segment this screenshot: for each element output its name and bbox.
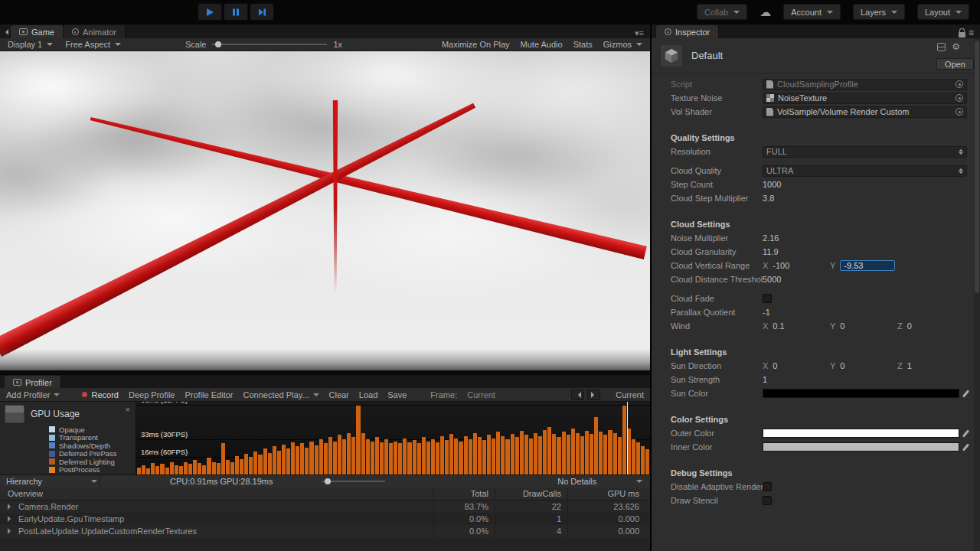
- legend-item[interactable]: Shadows/Depth: [49, 442, 131, 450]
- scrollbar-thumb[interactable]: [975, 41, 979, 293]
- load-button[interactable]: Load: [359, 390, 377, 399]
- play-button[interactable]: [198, 3, 222, 21]
- details-dropdown[interactable]: No Details: [557, 477, 642, 486]
- profiler-chart[interactable]: 66ms (15FPS)33ms (30FPS)16ms (60FPS): [136, 402, 650, 474]
- texture-asset-icon: [766, 94, 774, 102]
- step-count-value[interactable]: 1000: [763, 180, 781, 189]
- connected-player-dropdown[interactable]: Connected Play...: [243, 390, 318, 399]
- inner-color-swatch[interactable]: [763, 442, 959, 452]
- resolution-dropdown[interactable]: FULL: [763, 146, 967, 158]
- object-picker-icon[interactable]: [956, 94, 963, 102]
- scale-slider-knob[interactable]: [215, 41, 221, 47]
- tab-menu-icon[interactable]: ▾≡: [635, 28, 644, 38]
- mute-audio-toggle[interactable]: Mute Audio: [521, 40, 563, 49]
- sun-color-swatch[interactable]: [763, 389, 959, 398]
- gear-icon[interactable]: ⚙: [952, 42, 960, 51]
- layers-dropdown[interactable]: Layers: [853, 4, 905, 20]
- hierarchy-dropdown[interactable]: Hierarchy: [0, 475, 100, 487]
- table-row[interactable]: EarlyUpdate.GpuTimestamp0.0%10.000: [0, 513, 650, 525]
- cloud-vertical-range-x[interactable]: -100: [773, 261, 789, 270]
- detail-zoom-knob[interactable]: [325, 478, 331, 484]
- step-button[interactable]: [250, 3, 274, 21]
- next-frame-button[interactable]: [587, 390, 600, 400]
- eyedropper-icon[interactable]: [962, 429, 969, 437]
- table-row[interactable]: Camera.Render83.7%2223.626: [0, 500, 650, 513]
- pause-button[interactable]: [224, 3, 248, 21]
- save-button[interactable]: Save: [387, 390, 407, 399]
- table-header-row[interactable]: Overview Total DrawCalls GPU ms: [0, 487, 650, 500]
- cloud-granularity-value[interactable]: 11.9: [763, 247, 779, 256]
- cloud-fade-checkbox[interactable]: [763, 294, 772, 303]
- cloud-services-icon[interactable]: ☁: [760, 6, 771, 18]
- eyedropper-icon[interactable]: [962, 443, 969, 451]
- expand-arrow-icon[interactable]: [8, 504, 14, 510]
- column-drawcalls[interactable]: DrawCalls: [495, 487, 567, 500]
- sun-direction-x[interactable]: 0: [773, 361, 777, 370]
- legend-item[interactable]: Transparent: [49, 434, 131, 442]
- layout-dropdown[interactable]: Layout: [917, 4, 969, 20]
- vol-shader-object-field[interactable]: VolSample/Volume Render Custom: [763, 106, 967, 118]
- add-profiler-dropdown[interactable]: Add Profiler: [6, 390, 60, 399]
- column-gpu-ms[interactable]: GPU ms: [567, 487, 650, 500]
- gpu-usage-module[interactable]: GPU Usage × OpaqueTransparentShadows/Dep…: [0, 402, 136, 474]
- eyedropper-icon[interactable]: [962, 390, 969, 397]
- clear-button[interactable]: Clear: [329, 390, 349, 399]
- legend-item[interactable]: Opaque: [49, 425, 131, 434]
- scrollbar[interactable]: [974, 38, 980, 551]
- wind-x[interactable]: 0.1: [773, 321, 784, 331]
- current-frame-button[interactable]: Current: [616, 390, 644, 399]
- cloud-vertical-range-y-selected[interactable]: -9.53: [840, 260, 895, 271]
- deep-profile-toggle[interactable]: Deep Profile: [129, 390, 175, 399]
- texture-noise-object-field[interactable]: NoiseTexture: [763, 93, 967, 104]
- lock-icon[interactable]: [959, 32, 965, 37]
- gizmos-dropdown[interactable]: Gizmos: [603, 40, 642, 49]
- disable-adaptive-checkbox[interactable]: [763, 482, 772, 491]
- script-object-field[interactable]: CloudSamplingProfile: [763, 79, 967, 90]
- object-picker-icon[interactable]: [956, 80, 963, 88]
- tab-scroll-left-button[interactable]: [0, 25, 11, 38]
- outer-color-swatch[interactable]: [763, 429, 959, 438]
- close-icon[interactable]: ×: [126, 405, 130, 414]
- account-dropdown[interactable]: Account: [783, 4, 841, 20]
- cloud-distance-threshold-value[interactable]: 5000: [763, 275, 781, 284]
- sun-direction-y[interactable]: 0: [840, 361, 844, 370]
- column-overview[interactable]: Overview: [0, 489, 433, 498]
- cloud-step-multiplier-value[interactable]: 3.8: [763, 194, 774, 203]
- stats-toggle[interactable]: Stats: [573, 40, 593, 49]
- tab-profiler[interactable]: Profiler: [5, 376, 61, 389]
- expand-arrow-icon[interactable]: [8, 528, 14, 534]
- record-toggle[interactable]: Record: [82, 390, 118, 399]
- prev-frame-button[interactable]: [571, 390, 584, 400]
- noise-multiplier-value[interactable]: 2.16: [763, 233, 779, 243]
- wind-z[interactable]: 0: [907, 321, 912, 331]
- column-total[interactable]: Total: [433, 487, 495, 500]
- tab-game[interactable]: Game: [11, 25, 64, 38]
- open-button[interactable]: Open: [936, 58, 974, 70]
- chart-bar: [347, 433, 351, 474]
- collab-dropdown[interactable]: Collab: [697, 4, 747, 20]
- draw-stencil-checkbox[interactable]: [763, 496, 772, 505]
- menu-icon[interactable]: ≡: [969, 28, 974, 38]
- object-picker-icon[interactable]: [956, 108, 963, 116]
- parallax-quotient-value[interactable]: -1: [763, 308, 770, 317]
- detail-zoom-slider[interactable]: [322, 481, 385, 482]
- sun-strength-value[interactable]: 1: [763, 375, 767, 384]
- legend-item[interactable]: Deferred Lighting: [49, 458, 131, 466]
- legend-item[interactable]: PostProcess: [49, 466, 131, 474]
- current-frame-marker[interactable]: [627, 402, 628, 474]
- profile-editor-toggle[interactable]: Profile Editor: [185, 390, 234, 399]
- wind-y[interactable]: 0: [840, 321, 844, 331]
- tab-inspector[interactable]: Inspector: [656, 25, 719, 38]
- expand-arrow-icon[interactable]: [8, 516, 14, 522]
- game-viewport[interactable]: [0, 51, 650, 370]
- sun-direction-z[interactable]: 1: [907, 361, 912, 370]
- maximize-on-play-toggle[interactable]: Maximize On Play: [442, 40, 510, 49]
- table-row[interactable]: PostLateUpdate.UpdateCustomRenderTexture…: [0, 525, 650, 537]
- tab-animator[interactable]: Animator: [64, 25, 126, 38]
- display-dropdown[interactable]: Display 1: [8, 40, 53, 49]
- scale-slider[interactable]: [212, 44, 327, 45]
- aspect-dropdown[interactable]: Free Aspect: [65, 40, 121, 49]
- legend-item[interactable]: Deferred PrePass: [49, 450, 131, 458]
- cloud-quality-dropdown[interactable]: ULTRA: [763, 165, 967, 177]
- presets-icon[interactable]: [937, 43, 946, 51]
